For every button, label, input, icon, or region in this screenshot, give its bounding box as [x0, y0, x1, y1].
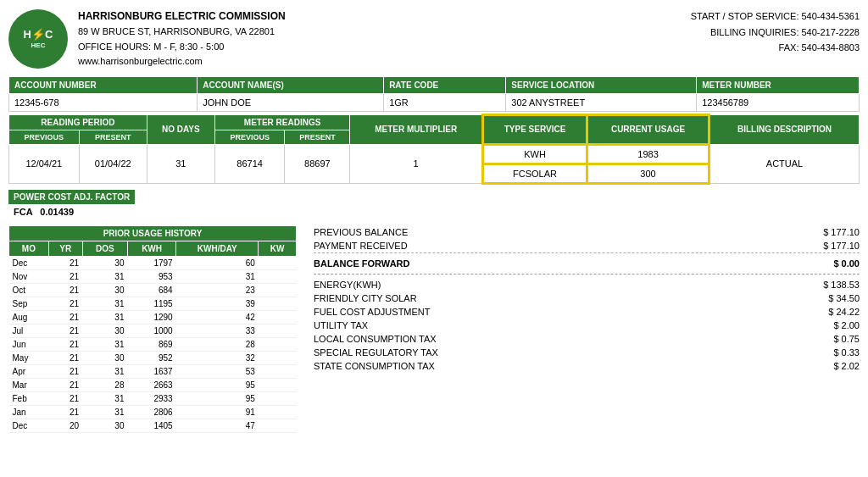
- previous-period-header: PREVIOUS: [9, 130, 80, 144]
- usage-cell-9-5: [259, 378, 297, 391]
- energy-label: ENERGY(KWH): [314, 280, 792, 290]
- previous-balance-row: PREVIOUS BALANCE $ 177.10: [314, 225, 860, 239]
- usage-cell-2-2: 30: [82, 283, 127, 297]
- usage-cell-8-2: 31: [82, 364, 127, 378]
- type-service-2: FCSOLAR: [483, 164, 587, 183]
- special-amount: $ 0.33: [792, 347, 860, 358]
- fuel-row: FUEL COST ADJUSTMENT $ 24.22: [314, 305, 860, 319]
- utility-amount: $ 2.00: [792, 320, 860, 330]
- rate-code: 1GR: [384, 93, 506, 111]
- col-header-mo: MO: [9, 241, 49, 256]
- logo-text: H⚡C: [24, 29, 53, 41]
- usage-cell-6-4: 28: [176, 337, 259, 351]
- usage-cell-12-5: [259, 419, 297, 432]
- usage-row: Aug2131129042: [9, 310, 297, 324]
- usage-cell-11-3: 2806: [127, 405, 175, 419]
- usage-cell-4-3: 1290: [127, 310, 175, 324]
- usage-cell-4-4: 42: [176, 310, 259, 324]
- previous-balance-label: PREVIOUS BALANCE: [314, 227, 792, 237]
- present-period-header: PRESENT: [79, 130, 147, 144]
- usage-cell-1-5: [259, 269, 297, 283]
- usage-cell-12-1: 20: [48, 419, 82, 432]
- power-cost-header: POWER COST ADJ. FACTOR: [8, 190, 135, 204]
- solar-amount: $ 34.50: [792, 293, 860, 303]
- company-website: www.harrisonburgelectric.com: [78, 54, 286, 69]
- usage-cell-0-3: 1797: [127, 256, 175, 269]
- local-amount: $ 0.75: [792, 334, 860, 344]
- account-name-header: ACCOUNT NAME(S): [198, 76, 384, 93]
- no-days-header: NO DAYS: [147, 114, 214, 144]
- usage-cell-10-4: 95: [176, 391, 259, 405]
- current-usage-2: 300: [587, 164, 709, 183]
- reading-meter-present: 88697: [285, 144, 350, 183]
- prior-usage-header: PRIOR USAGE HISTORY: [9, 225, 297, 241]
- state-amount: $ 2.02: [792, 361, 860, 371]
- col-header-yr: YR: [48, 241, 82, 256]
- billing-desc: ACTUAL: [709, 144, 860, 183]
- usage-cell-8-5: [259, 364, 297, 378]
- solar-row: FRIENDLY CITY SOLAR $ 34.50: [314, 291, 860, 305]
- usage-cell-2-5: [259, 283, 297, 297]
- readings-table: READING PERIOD NO DAYS METER READINGS ME…: [8, 114, 860, 185]
- contact-billing: BILLING INQUIRIES: 540-217-2228: [691, 25, 860, 41]
- usage-cell-5-2: 30: [82, 324, 127, 337]
- reading-meter-previous: 86714: [214, 144, 285, 183]
- meter-readings-header: METER READINGS: [214, 114, 350, 130]
- usage-cell-2-4: 23: [176, 283, 259, 297]
- usage-cell-0-5: [259, 256, 297, 269]
- fca-label: FCA: [14, 207, 32, 217]
- account-number-header: ACCOUNT NUMBER: [9, 76, 198, 93]
- col-header-dos: DOS: [82, 241, 127, 256]
- contact-info: START / STOP SERVICE: 540-434-5361 BILLI…: [691, 8, 860, 56]
- prior-usage-section: PRIOR USAGE HISTORY MOYRDOSKWHKWH/DAYKW …: [8, 225, 297, 433]
- special-label: SPECIAL REGULATORY TAX: [314, 347, 792, 358]
- usage-cell-1-1: 21: [48, 269, 82, 283]
- usage-cell-7-3: 952: [127, 351, 175, 364]
- meter-number-header: METER NUMBER: [697, 76, 860, 93]
- usage-cell-8-3: 1637: [127, 364, 175, 378]
- usage-row: Dec2030140547: [9, 419, 297, 432]
- usage-cell-7-0: May: [9, 351, 49, 364]
- power-cost-section: POWER COST ADJ. FACTOR FCA 0.01439: [8, 190, 860, 217]
- usage-cell-3-4: 39: [176, 297, 259, 310]
- current-usage-1: 1983: [587, 144, 709, 164]
- payment-received-amount: $ 177.10: [792, 241, 860, 251]
- usage-cell-9-2: 28: [82, 378, 127, 391]
- usage-row: Jun213186928: [9, 337, 297, 351]
- page-header: H⚡C HEC HARRISONBURG ELECTRIC COMMISSION…: [8, 8, 860, 69]
- usage-cell-1-0: Nov: [9, 269, 49, 283]
- usage-cell-7-5: [259, 351, 297, 364]
- col-header-kwh: KWH: [127, 241, 175, 256]
- usage-cell-3-3: 1195: [127, 297, 175, 310]
- fuel-label: FUEL COST ADJUSTMENT: [314, 307, 792, 317]
- company-info: HARRISONBURG ELECTRIC COMMISSION 89 W BR…: [78, 8, 286, 69]
- usage-cell-10-3: 2933: [127, 391, 175, 405]
- account-table: ACCOUNT NUMBER ACCOUNT NAME(S) RATE CODE…: [8, 76, 860, 112]
- usage-cell-5-5: [259, 324, 297, 337]
- usage-cell-1-3: 953: [127, 269, 175, 283]
- meter-multiplier-header: METER MULTIPLIER: [350, 114, 483, 144]
- company-name: HARRISONBURG ELECTRIC COMMISSION: [78, 8, 286, 25]
- usage-cell-10-0: Feb: [9, 391, 49, 405]
- usage-row: Sep2131119539: [9, 297, 297, 310]
- usage-cell-7-4: 32: [176, 351, 259, 364]
- usage-cell-0-2: 30: [82, 256, 127, 269]
- meter-present-header: PRESENT: [285, 130, 350, 144]
- account-name: JOHN DOE: [198, 93, 384, 111]
- usage-cell-6-5: [259, 337, 297, 351]
- col-header-kwh/day: KWH/DAY: [176, 241, 259, 256]
- usage-cell-4-2: 31: [82, 310, 127, 324]
- reading-present: 01/04/22: [79, 144, 147, 183]
- service-location-header: SERVICE LOCATION: [506, 76, 697, 93]
- usage-cell-0-0: Dec: [9, 256, 49, 269]
- usage-cell-11-2: 31: [82, 405, 127, 419]
- usage-row: Nov213195331: [9, 269, 297, 283]
- local-row: LOCAL CONSUMPTION TAX $ 0.75: [314, 332, 860, 346]
- usage-cell-11-5: [259, 405, 297, 419]
- company-header-left: H⚡C HEC HARRISONBURG ELECTRIC COMMISSION…: [8, 8, 286, 69]
- solar-label: FRIENDLY CITY SOLAR: [314, 293, 792, 303]
- usage-cell-7-2: 30: [82, 351, 127, 364]
- balance-forward-label: BALANCE FORWARD: [314, 258, 792, 269]
- energy-row: ENERGY(KWH) $ 138.53: [314, 278, 860, 291]
- col-header-kw: KW: [259, 241, 297, 256]
